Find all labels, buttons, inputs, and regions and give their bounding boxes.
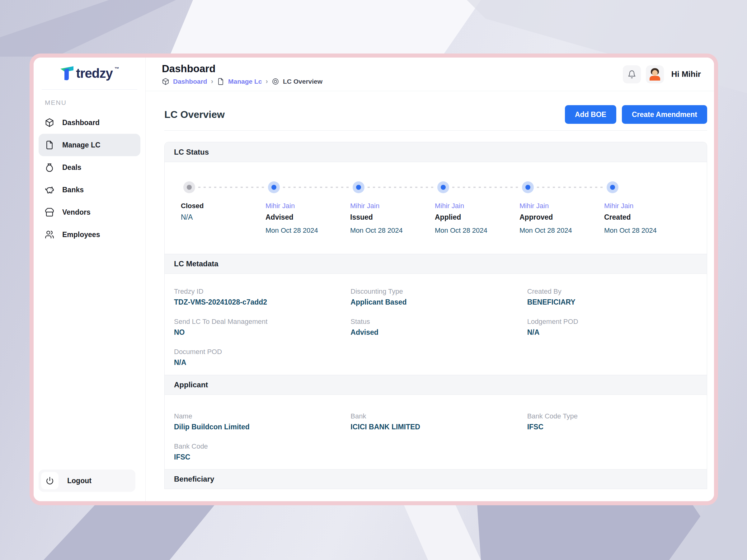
field-value: Applicant Based xyxy=(351,298,521,306)
section-header-applicant: Applicant xyxy=(165,375,707,395)
field-value: TDZ-VMS-20241028-c7add2 xyxy=(174,298,344,306)
step-date xyxy=(181,226,265,235)
field-label: Status xyxy=(351,318,521,326)
field-value: NO xyxy=(174,328,344,337)
page-title-row: LC Overview Add BOE Create Amendment xyxy=(164,105,707,124)
section-header-lc-metadata: LC Metadata xyxy=(165,254,707,274)
logout-button[interactable]: Logout xyxy=(38,470,135,492)
field-value: N/A xyxy=(527,328,697,337)
sidebar-item-manage-lc[interactable]: Manage LC xyxy=(38,134,140,156)
timeline-dot xyxy=(353,181,364,193)
field-label: Discounting Type xyxy=(351,288,521,296)
create-amendment-button[interactable]: Create Amendment xyxy=(622,105,707,124)
field-created-by: Created By BENEFICIARY xyxy=(527,288,697,306)
field-applicant-bank-code: Bank Code IFSC xyxy=(174,443,344,461)
step-user: Mihir Jain xyxy=(435,202,519,211)
field-status: Status Advised xyxy=(351,318,521,337)
timeline-dot xyxy=(437,181,449,193)
sidebar-item-label: Dashboard xyxy=(62,118,100,127)
sidebar-item-label: Manage LC xyxy=(62,141,101,149)
field-send-lc-to-deal-management: Send LC To Deal Management NO xyxy=(174,318,344,337)
page-title: LC Overview xyxy=(164,109,225,121)
field-value: IFSC xyxy=(527,423,697,431)
field-label: Document POD xyxy=(174,348,344,356)
sidebar-item-employees[interactable]: Employees xyxy=(38,223,140,246)
timeline-step-created: Mihir Jain Created Mon Oct 28 2024 xyxy=(604,181,689,235)
eye-icon xyxy=(272,78,279,85)
field-label: Tredzy ID xyxy=(174,288,344,296)
timeline-step-issued: Mihir Jain Issued Mon Oct 28 2024 xyxy=(350,181,435,235)
lc-status-timeline: Closed N/A Mihir Jain Advised Mon Oct 28… xyxy=(165,162,707,254)
field-label: Send LC To Deal Management xyxy=(174,318,344,326)
file-icon xyxy=(45,140,54,150)
section-header-beneficiary: Beneficiary xyxy=(165,469,707,489)
field-tredzy-id: Tredzy ID TDZ-VMS-20241028-c7add2 xyxy=(174,288,344,306)
title-divider xyxy=(164,130,707,131)
sidebar-item-dashboard[interactable]: Dashboard xyxy=(38,111,140,134)
sidebar-item-label: Banks xyxy=(62,186,84,194)
sidebar-item-label: Deals xyxy=(62,163,81,172)
step-user: Mihir Jain xyxy=(519,202,604,211)
field-applicant-name: Name Dilip Buildcon Limited xyxy=(174,412,344,431)
field-applicant-bank: Bank ICICI BANK LIMITED xyxy=(351,412,521,431)
timeline-dot xyxy=(268,181,280,193)
step-date: Mon Oct 28 2024 xyxy=(604,226,689,235)
applicant-grid: Name Dilip Buildcon Limited Bank ICICI B… xyxy=(165,395,707,469)
step-user: Mihir Jain xyxy=(604,202,689,211)
file-icon xyxy=(217,78,225,85)
step-status: Created xyxy=(604,213,689,221)
cube-icon xyxy=(162,78,169,85)
menu-section-label: MENU xyxy=(45,99,145,106)
header-actions: Hi Mihir xyxy=(623,65,701,83)
step-date: Mon Oct 28 2024 xyxy=(350,226,435,235)
users-icon xyxy=(45,230,54,239)
main-panel: Dashboard Dashboard › Manage Lc › LC xyxy=(146,58,714,501)
field-label: Bank xyxy=(351,412,521,420)
sidebar-item-label: Employees xyxy=(62,231,100,239)
breadcrumb-link-manage-lc[interactable]: Manage Lc xyxy=(228,78,262,85)
avatar-button[interactable] xyxy=(646,65,664,83)
piggy-bank-icon xyxy=(45,185,54,194)
field-document-pod: Document POD N/A xyxy=(174,348,344,367)
breadcrumb: Dashboard › Manage Lc › LC Overview xyxy=(162,77,323,85)
sidebar: tredzy ™ MENU Dashboard Manage LC xyxy=(34,58,146,501)
step-date: Mon Oct 28 2024 xyxy=(265,226,350,235)
field-label: Bank Code xyxy=(174,443,344,451)
sidebar-item-vendors[interactable]: Vendors xyxy=(38,201,140,223)
step-status: Issued xyxy=(350,213,435,221)
field-lodgement-pod: Lodgement POD N/A xyxy=(527,318,697,337)
notifications-button[interactable] xyxy=(623,65,641,83)
brand-logo: tredzy ™ xyxy=(34,58,145,89)
avatar xyxy=(649,68,661,81)
power-icon-box xyxy=(41,472,58,489)
field-value: ICICI BANK LIMITED xyxy=(351,423,521,431)
step-date: Mon Oct 28 2024 xyxy=(435,226,519,235)
step-date: Mon Oct 28 2024 xyxy=(519,226,604,235)
step-status: Advised xyxy=(265,213,350,221)
field-discounting-type: Discounting Type Applicant Based xyxy=(351,288,521,306)
timeline-step-closed: Closed N/A xyxy=(181,181,265,235)
section-header-lc-status: LC Status xyxy=(165,142,707,162)
step-status: Approved xyxy=(519,213,604,221)
field-value: Dilip Buildcon Limited xyxy=(174,423,344,431)
add-boe-button[interactable]: Add BOE xyxy=(565,105,616,124)
field-applicant-bank-code-type: Bank Code Type IFSC xyxy=(527,412,697,431)
money-bag-icon xyxy=(45,163,54,172)
lc-overview-card: LC Status Closed N/A Mihir Jain Advised … xyxy=(164,142,707,489)
store-icon xyxy=(45,208,54,217)
field-value: Advised xyxy=(351,328,521,337)
brand-wordmark: tredzy xyxy=(76,65,113,81)
user-greeting: Hi Mihir xyxy=(671,70,701,79)
sidebar-item-banks[interactable]: Banks xyxy=(38,179,140,201)
timeline-step-approved: Mihir Jain Approved Mon Oct 28 2024 xyxy=(519,181,604,235)
top-header: Dashboard Dashboard › Manage Lc › LC xyxy=(146,58,714,91)
bell-icon xyxy=(627,70,636,79)
field-label: Created By xyxy=(527,288,697,296)
logout-label: Logout xyxy=(67,477,92,485)
cube-icon xyxy=(45,118,54,127)
step-user: Mihir Jain xyxy=(265,202,350,211)
step-user: Mihir Jain xyxy=(350,202,435,211)
breadcrumb-separator: › xyxy=(211,77,213,85)
breadcrumb-link-dashboard[interactable]: Dashboard xyxy=(173,78,207,85)
sidebar-item-deals[interactable]: Deals xyxy=(38,156,140,179)
